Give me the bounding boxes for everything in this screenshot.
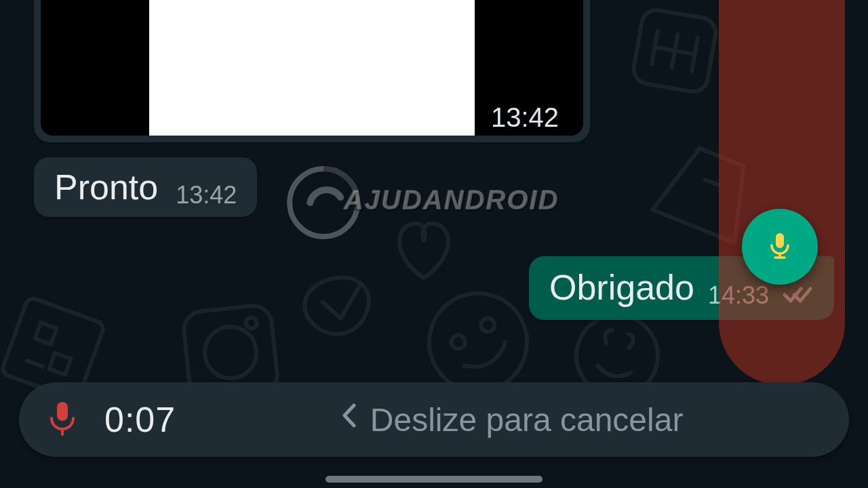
message-time: 13:42: [491, 102, 559, 133]
incoming-image-message[interactable]: 13:42: [34, 0, 590, 142]
incoming-text-message[interactable]: Pronto 13:42: [34, 157, 257, 217]
recording-mic-icon: [47, 399, 77, 440]
message-time: 14:33: [708, 281, 769, 310]
voice-record-button[interactable]: [742, 209, 818, 285]
double-check-icon: [783, 283, 814, 308]
recording-timer: 0:07: [104, 399, 176, 440]
voice-recording-bar[interactable]: 0:07 Deslize para cancelar: [19, 382, 849, 457]
home-indicator[interactable]: [326, 476, 542, 483]
svg-point-19: [290, 169, 357, 237]
svg-rect-17: [57, 402, 68, 421]
microphone-icon: [764, 229, 796, 264]
voice-lock-overlay[interactable]: [719, 0, 845, 385]
slide-to-cancel-label: Deslize para cancelar: [370, 401, 684, 439]
slide-to-cancel-hint[interactable]: Deslize para cancelar: [203, 401, 821, 439]
watermark-text: AJUDANDROID: [344, 185, 559, 216]
svg-rect-14: [776, 233, 784, 248]
chevron-left-icon: [340, 403, 358, 434]
message-text: Obrigado: [549, 267, 694, 308]
message-time: 13:42: [176, 181, 237, 209]
message-text: Pronto: [54, 167, 158, 207]
watermark-logo-icon: [283, 162, 364, 243]
image-content: [149, 0, 475, 136]
watermark: AJUDANDROID: [283, 159, 585, 241]
chat-screen: 13:42 Pronto 13:42 Obrigado 14:33: [0, 0, 868, 488]
